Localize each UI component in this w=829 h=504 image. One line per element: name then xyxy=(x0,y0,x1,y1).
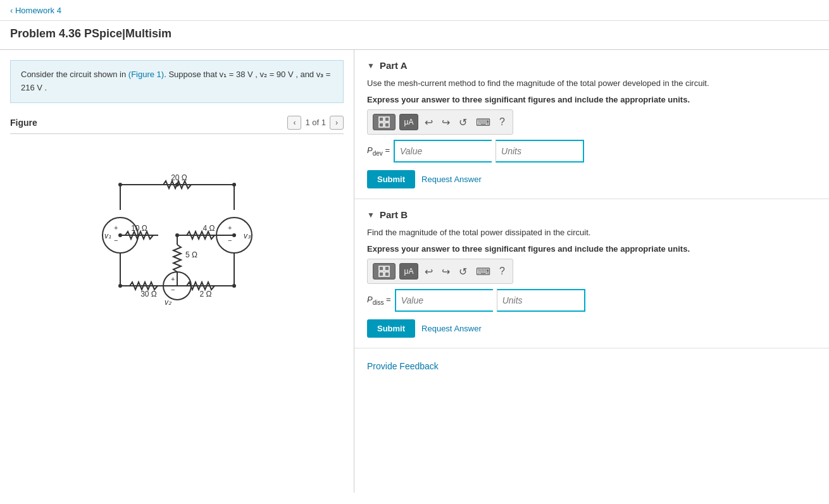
part-a-submit-button[interactable]: Submit xyxy=(367,170,415,188)
part-b-answer-label: Pdiss = xyxy=(367,295,391,306)
part-b-units-input[interactable] xyxy=(497,289,585,312)
svg-point-37 xyxy=(232,183,236,187)
svg-point-40 xyxy=(175,183,179,187)
part-a-redo-button[interactable]: ↪ xyxy=(439,115,452,130)
part-b-refresh-button[interactable]: ↺ xyxy=(456,264,470,279)
svg-text:+: + xyxy=(228,224,232,231)
figure-next-button[interactable]: › xyxy=(330,116,344,130)
part-a-refresh-button[interactable]: ↺ xyxy=(456,115,470,130)
breadcrumb: ‹ Homework 4 xyxy=(0,0,829,21)
part-a-section: ▼ Part A Use the mesh-current method to … xyxy=(354,50,829,199)
svg-point-36 xyxy=(118,183,122,187)
part-b-mu-button[interactable]: μA xyxy=(399,263,418,280)
provide-feedback-link[interactable]: Provide Feedback xyxy=(367,361,439,371)
svg-point-42 xyxy=(232,233,236,237)
part-a-mu-button[interactable]: μA xyxy=(399,114,418,130)
part-a-undo-button[interactable]: ↩ xyxy=(422,115,435,130)
svg-rect-48 xyxy=(385,266,389,271)
part-a-arrow: ▼ xyxy=(367,61,375,70)
part-a-instruction1: Use the mesh-current method to find the … xyxy=(367,77,816,90)
part-a-label: Part A xyxy=(380,60,408,71)
part-a-request-answer-link[interactable]: Request Answer xyxy=(421,175,482,184)
svg-rect-50 xyxy=(385,272,389,276)
part-b-answer-row: Pdiss = xyxy=(367,289,816,312)
svg-text:v₁: v₁ xyxy=(104,231,111,240)
part-b-undo-button[interactable]: ↩ xyxy=(422,264,435,279)
part-a-subscript: dev xyxy=(373,150,383,157)
svg-rect-43 xyxy=(379,117,383,121)
part-b-arrow: ▼ xyxy=(367,211,375,219)
figure-section: Figure ‹ 1 of 1 › 20 Ω xyxy=(10,116,344,330)
part-b-label: Part B xyxy=(380,209,408,220)
part-b-value-input[interactable] xyxy=(395,289,493,312)
part-b-request-answer-link[interactable]: Request Answer xyxy=(421,324,482,333)
part-a-toolbar: μA ↩ ↪ ↺ ⌨ ? xyxy=(367,109,513,135)
part-a-value-input[interactable] xyxy=(394,140,492,163)
svg-point-38 xyxy=(118,284,122,288)
figure-title: Figure xyxy=(10,118,37,128)
figure-page-label: 1 of 1 xyxy=(305,118,326,127)
svg-text:5 Ω: 5 Ω xyxy=(185,250,197,259)
part-a-keyboard-button[interactable]: ⌨ xyxy=(473,115,493,130)
part-b-section: ▼ Part B Find the magnitude of the total… xyxy=(354,199,829,348)
svg-rect-47 xyxy=(379,266,383,271)
figure-prev-button[interactable]: ‹ xyxy=(287,116,301,130)
part-a-help-button[interactable]: ? xyxy=(497,115,508,129)
part-a-answer-row: Pdev = xyxy=(367,140,816,163)
page-title: Problem 4.36 PSpice|Multisim xyxy=(0,21,829,49)
svg-point-41 xyxy=(118,233,122,237)
svg-text:+: + xyxy=(114,224,118,231)
context-text-before: Consider the circuit shown in xyxy=(21,70,128,79)
svg-text:30 Ω: 30 Ω xyxy=(140,290,157,298)
part-b-toolbar: μA ↩ ↪ ↺ ⌨ ? xyxy=(367,259,513,284)
svg-text:v₃: v₃ xyxy=(244,231,251,240)
right-panel: ▼ Part A Use the mesh-current method to … xyxy=(354,50,829,493)
svg-rect-45 xyxy=(379,123,383,127)
feedback-section: Provide Feedback xyxy=(354,348,829,384)
left-panel: Consider the circuit shown in (Figure 1)… xyxy=(0,50,354,493)
part-b-keyboard-button[interactable]: ⌨ xyxy=(473,264,493,279)
svg-text:−: − xyxy=(171,286,175,293)
part-b-submit-button[interactable]: Submit xyxy=(367,319,415,338)
part-a-answer-label: Pdev = xyxy=(367,145,390,157)
circuit-diagram: 20 Ω + − v₁ xyxy=(10,140,344,330)
figure-nav: ‹ 1 of 1 › xyxy=(287,116,344,130)
part-b-matrix-button[interactable] xyxy=(373,263,396,280)
part-b-instruction2: Express your answer to three significant… xyxy=(367,243,816,255)
problem-context: Consider the circuit shown in (Figure 1)… xyxy=(10,60,344,103)
figure-link[interactable]: (Figure 1) xyxy=(128,70,164,79)
svg-point-39 xyxy=(232,284,236,288)
part-b-subscript: diss xyxy=(373,299,384,306)
svg-text:+: + xyxy=(171,275,175,283)
part-a-matrix-button[interactable] xyxy=(373,114,396,130)
part-b-redo-button[interactable]: ↪ xyxy=(439,264,452,279)
part-b-instruction1: Find the magnitude of the total power di… xyxy=(367,226,816,239)
svg-text:−: − xyxy=(228,237,232,244)
part-a-units-input[interactable] xyxy=(496,140,584,163)
part-b-equals: = xyxy=(386,295,391,304)
svg-rect-44 xyxy=(385,117,389,121)
part-a-actions: Submit Request Answer xyxy=(367,170,816,188)
part-b-actions: Submit Request Answer xyxy=(367,319,816,338)
svg-text:v₂: v₂ xyxy=(165,298,172,307)
part-a-p-var: P xyxy=(367,145,373,155)
svg-rect-49 xyxy=(379,272,383,276)
svg-text:2 Ω: 2 Ω xyxy=(199,290,211,298)
part-a-instruction2: Express your answer to three significant… xyxy=(367,94,816,106)
part-a-equals: = xyxy=(385,145,390,155)
part-b-p-var: P xyxy=(367,295,373,304)
svg-rect-46 xyxy=(385,123,389,127)
back-link[interactable]: ‹ Homework 4 xyxy=(10,6,61,15)
part-b-help-button[interactable]: ? xyxy=(497,264,508,278)
svg-text:−: − xyxy=(114,237,118,244)
